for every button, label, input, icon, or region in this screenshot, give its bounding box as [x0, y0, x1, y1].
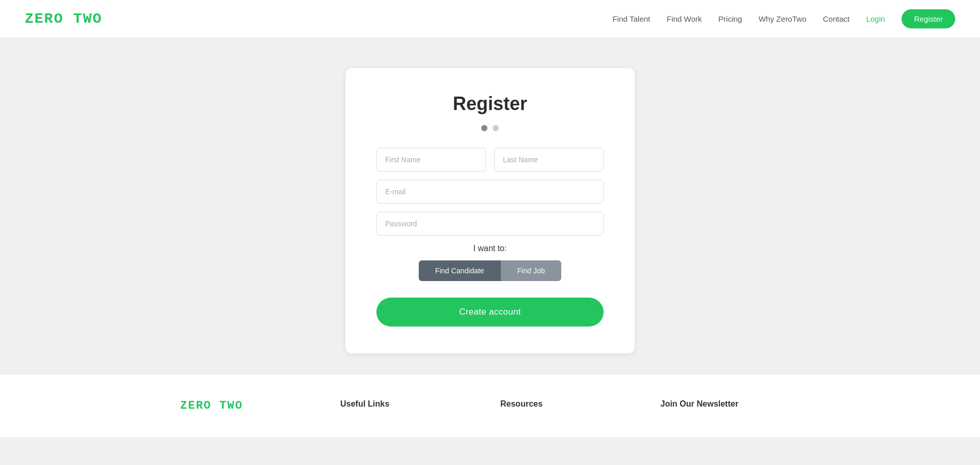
find-job-button[interactable]: Find Job	[501, 260, 562, 281]
nav-links: Find Talent Find Work Pricing Why ZeroTw…	[612, 9, 955, 28]
logo: ZERO TWO	[25, 11, 102, 27]
footer-logo-col: ZERO TWO	[180, 399, 320, 412]
password-input[interactable]	[376, 212, 604, 236]
footer-resources-col: Resources	[500, 399, 640, 412]
step-dot-2	[493, 125, 499, 131]
first-name-input[interactable]	[376, 148, 486, 172]
nav-find-work[interactable]: Find Work	[667, 14, 702, 23]
nav-login[interactable]: Login	[866, 14, 885, 23]
email-group	[376, 180, 604, 204]
role-toggle-group: Find Candidate Find Job	[419, 260, 562, 281]
last-name-input[interactable]	[494, 148, 604, 172]
footer: ZERO TWO Useful Links Resources Join Our…	[0, 374, 980, 437]
register-title: Register	[376, 93, 604, 115]
create-account-button[interactable]: Create account	[376, 298, 604, 327]
i-want-to-label: I want to:	[376, 244, 604, 253]
register-card: Register I want to: Find Candidate Find …	[345, 68, 635, 353]
main-content: Register I want to: Find Candidate Find …	[0, 37, 980, 374]
name-row	[376, 148, 604, 172]
navbar: ZERO TWO Find Talent Find Work Pricing W…	[0, 0, 980, 37]
nav-contact[interactable]: Contact	[823, 14, 850, 23]
nav-pricing[interactable]: Pricing	[718, 14, 742, 23]
footer-logo: ZERO TWO	[180, 399, 320, 412]
footer-useful-links-col: Useful Links	[340, 399, 480, 412]
find-candidate-button[interactable]: Find Candidate	[419, 260, 501, 281]
nav-find-talent[interactable]: Find Talent	[612, 14, 650, 23]
step-indicators	[376, 125, 604, 131]
footer-resources-title: Resources	[500, 399, 640, 409]
step-dot-1	[481, 125, 487, 131]
footer-newsletter-col: Join Our Newsletter	[660, 399, 800, 412]
nav-register-button[interactable]: Register	[902, 9, 955, 28]
footer-grid: ZERO TWO Useful Links Resources Join Our…	[180, 399, 800, 412]
footer-newsletter-title: Join Our Newsletter	[660, 399, 800, 409]
footer-useful-links-title: Useful Links	[340, 399, 480, 409]
email-input[interactable]	[376, 180, 604, 204]
nav-why-zerotwo[interactable]: Why ZeroTwo	[758, 14, 807, 23]
password-group	[376, 212, 604, 236]
